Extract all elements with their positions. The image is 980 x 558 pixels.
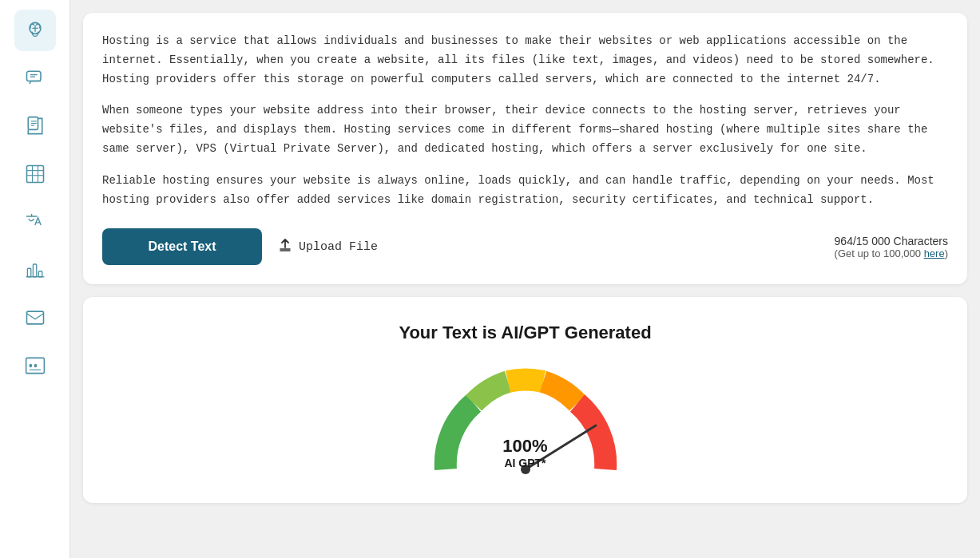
gauge-percentage: 100%: [502, 436, 547, 457]
upload-icon: [278, 238, 292, 256]
svg-rect-17: [38, 271, 42, 277]
sidebar-item-table[interactable]: [14, 153, 56, 195]
sidebar-item-chat[interactable]: [14, 57, 56, 99]
paragraph-1: Hosting is a service that allows individ…: [102, 32, 948, 89]
svg-rect-19: [26, 311, 43, 324]
sidebar-item-document[interactable]: [14, 105, 56, 147]
action-row: Detect Text Upload File 964/15 000 Chara…: [102, 228, 948, 265]
svg-rect-16: [33, 264, 36, 277]
result-card: Your Text is AI/GPT Generated: [83, 297, 967, 503]
paragraph-3: Reliable hosting ensures your website is…: [102, 172, 948, 210]
char-upgrade-prefix: (Get up to 100,000: [835, 247, 924, 259]
text-input-card: Hosting is a service that allows individ…: [83, 13, 967, 284]
svg-rect-3: [26, 71, 41, 81]
char-count-display: 964/15 000 Characters: [835, 235, 948, 247]
detect-text-button[interactable]: Detect Text: [102, 228, 262, 265]
paragraph-2: When someone types your website address …: [102, 101, 948, 158]
character-info: 964/15 000 Characters (Get up to 100,000…: [835, 235, 948, 259]
upload-button-label: Upload File: [299, 240, 378, 254]
sidebar-item-quote[interactable]: [14, 345, 56, 386]
svg-rect-15: [27, 268, 30, 277]
char-upgrade-link[interactable]: here: [924, 247, 945, 259]
sidebar-item-translate[interactable]: [14, 201, 56, 243]
char-upgrade-suffix: ): [945, 247, 948, 259]
char-upgrade-info: (Get up to 100,000 here): [835, 247, 948, 259]
gauge-label: 100% AI GPT*: [502, 436, 547, 469]
svg-rect-10: [26, 166, 43, 183]
sidebar-item-chart[interactable]: [14, 249, 56, 291]
result-title: Your Text is AI/GPT Generated: [399, 323, 651, 343]
sidebar-item-brain[interactable]: [14, 10, 56, 51]
upload-file-button[interactable]: Upload File: [278, 238, 378, 256]
text-content-area: Hosting is a service that allows individ…: [102, 32, 948, 209]
main-content: Hosting is a service that allows individ…: [70, 0, 980, 558]
sidebar-item-email[interactable]: [14, 297, 56, 338]
gauge-chart: 100% AI GPT*: [422, 366, 629, 477]
sidebar: [0, 0, 70, 558]
gauge-result-label: AI GPT*: [502, 457, 547, 469]
